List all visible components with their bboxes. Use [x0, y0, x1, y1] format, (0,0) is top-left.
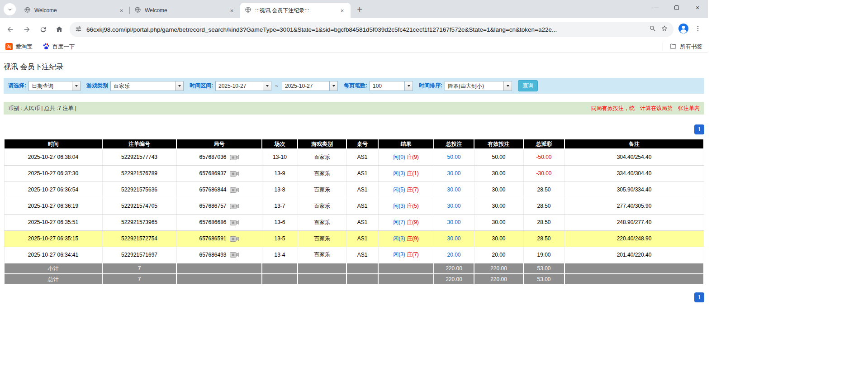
browser-tab-welcome-2[interactable]: Welcome ×	[130, 3, 240, 18]
chevron-down-icon[interactable]	[503, 81, 512, 91]
filter-bar: 请选择: 日期查询 游戏类别 百家乐 时间区间: 2025-10-27 ~ 20…	[4, 78, 704, 94]
zoom-icon[interactable]	[649, 25, 656, 34]
chevron-down-icon[interactable]	[329, 81, 337, 91]
sort-order-value: 降幂(由大到小)	[445, 81, 503, 91]
cell-note: 220.40/248.90	[564, 230, 704, 247]
footer-count: 7	[102, 263, 176, 274]
total-bet-link[interactable]: 30.00	[447, 235, 460, 242]
home-button[interactable]	[53, 24, 65, 35]
column-header: 时间	[4, 139, 102, 149]
back-button[interactable]	[5, 24, 16, 35]
page-size-value: 100	[370, 81, 404, 91]
table-row: 2025-10-27 06:36:54522921575636657686844…	[4, 182, 704, 198]
tab-close-icon[interactable]: ×	[118, 7, 125, 14]
total-bet-link[interactable]: 30.00	[447, 219, 460, 225]
total-bet-link[interactable]: 50.00	[447, 154, 460, 160]
footer-cell	[346, 274, 378, 285]
cell-game-type: 百家乐	[298, 149, 346, 165]
date-from-value: 2025-10-27	[216, 81, 263, 91]
forward-button[interactable]	[21, 24, 33, 35]
query-type-dropdown[interactable]: 日期查询	[28, 81, 81, 91]
menu-kebab-icon[interactable]	[694, 25, 702, 34]
video-camera-icon[interactable]	[230, 219, 239, 226]
cell-result: 闲(3) 庄(9)	[378, 230, 434, 247]
site-info-icon[interactable]	[75, 25, 82, 34]
chevron-down-icon[interactable]	[404, 81, 413, 91]
cell-table-no: AS1	[346, 230, 378, 247]
video-camera-icon[interactable]	[230, 251, 239, 258]
tab-search-button[interactable]	[4, 3, 16, 15]
column-header: 局号	[176, 139, 262, 149]
chevron-down-icon[interactable]	[72, 81, 80, 91]
cell-table-no: AS1	[346, 165, 378, 182]
chevron-down-icon[interactable]	[263, 81, 271, 91]
currency-summary: 币别 : 人民币 | 总共 :7 注单 |	[8, 105, 76, 112]
cell-game-type: 百家乐	[298, 182, 346, 198]
cell-bet-id: 522921577743	[102, 149, 176, 165]
video-camera-icon[interactable]	[230, 235, 239, 242]
address-bar[interactable]: 66cxkj98.com/ipl/portal.php/game/betreco…	[70, 22, 674, 37]
cell-note: 201.40/220.40	[564, 247, 704, 263]
footer-cell	[176, 274, 262, 285]
page-size-dropdown[interactable]: 100	[370, 81, 413, 91]
footer-payout: 53.00	[523, 274, 564, 285]
bookmark-aitaobao[interactable]: 淘 爱淘宝	[5, 43, 33, 51]
footer-cell	[298, 263, 346, 274]
cell-time: 2025-10-27 06:37:30	[4, 165, 102, 182]
page-number-button[interactable]: 1	[694, 292, 704, 302]
maximize-button[interactable]	[666, 0, 687, 15]
cell-total-bet: 30.00	[434, 182, 474, 198]
cell-result: 闲(3) 庄(1)	[378, 165, 434, 182]
tab-close-icon[interactable]: ×	[228, 7, 236, 14]
tab-title: Welcome	[145, 7, 224, 14]
total-bet-link[interactable]: 30.00	[447, 170, 460, 177]
minimize-button[interactable]	[645, 0, 666, 15]
bookmark-star-icon[interactable]	[661, 25, 668, 34]
reload-icon	[39, 26, 47, 33]
new-tab-button[interactable]: +	[353, 3, 366, 16]
result-banker: 庄(7)	[407, 186, 419, 193]
footer-count: 7	[102, 274, 176, 285]
bookmark-baidu[interactable]: 百度一下	[43, 43, 75, 51]
browser-tab-active[interactable]: :::视讯 会员下注纪录::: ×	[240, 3, 351, 18]
browser-tab-welcome-1[interactable]: Welcome ×	[19, 3, 130, 18]
column-header: 结果	[378, 139, 434, 149]
table-row: 2025-10-27 06:35:15522921572754657686591…	[4, 230, 704, 247]
round-id: 657687036	[199, 154, 226, 160]
cell-payout: 28.50	[523, 182, 564, 198]
video-camera-icon[interactable]	[230, 170, 239, 177]
tab-close-icon[interactable]: ×	[338, 7, 346, 14]
cell-total-bet: 30.00	[434, 230, 474, 247]
footer-total-bet: 220.00	[434, 263, 474, 274]
sort-order-dropdown[interactable]: 降幂(由大到小)	[445, 81, 512, 91]
close-button[interactable]: ×	[687, 0, 708, 15]
date-to-picker[interactable]: 2025-10-27	[282, 81, 338, 91]
video-camera-icon[interactable]	[230, 154, 239, 161]
chevron-down-icon[interactable]	[175, 81, 183, 91]
video-camera-icon[interactable]	[230, 203, 239, 210]
cell-total-bet: 30.00	[434, 214, 474, 230]
cell-round-id: 657687036	[176, 149, 262, 165]
cell-round-id: 657686591	[176, 230, 262, 247]
total-bet-link[interactable]: 30.00	[447, 186, 460, 193]
cell-bet-id: 522921573965	[102, 214, 176, 230]
query-type-value: 日期查询	[29, 81, 72, 91]
video-camera-icon[interactable]	[230, 186, 239, 193]
page-number-button[interactable]: 1	[694, 124, 704, 134]
column-header: 总派彩	[523, 139, 564, 149]
table-row: 2025-10-27 06:38:04522921577743657687036…	[4, 149, 704, 165]
footer-valid-bet: 220.00	[474, 274, 523, 285]
query-button[interactable]: 查询	[518, 80, 538, 91]
date-from-picker[interactable]: 2025-10-27	[215, 81, 271, 91]
all-bookmarks[interactable]: 所有书签	[663, 43, 702, 51]
result-player: 闲(0)	[393, 154, 405, 160]
taobao-icon: 淘	[5, 43, 13, 50]
game-type-dropdown[interactable]: 百家乐	[110, 81, 184, 91]
total-bet-link[interactable]: 30.00	[447, 203, 460, 209]
reload-button[interactable]	[37, 24, 49, 35]
profile-avatar[interactable]	[678, 23, 689, 36]
total-bet-link[interactable]: 20.00	[447, 252, 460, 258]
cell-payout: 28.50	[523, 230, 564, 247]
result-player: 闲(7)	[393, 219, 405, 225]
round-id: 657686686	[199, 219, 226, 225]
